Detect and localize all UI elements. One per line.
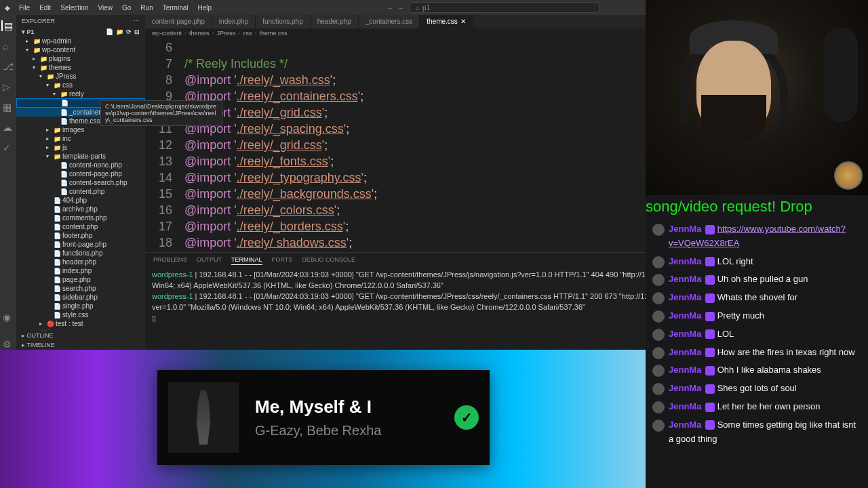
tab-theme.css[interactable]: theme.css✕ bbox=[420, 15, 473, 28]
file-content-page.php[interactable]: 📄content-page.php bbox=[16, 169, 145, 178]
stream-badge-icon bbox=[834, 161, 863, 190]
chat-avatar[interactable] bbox=[652, 383, 665, 395]
panel-tab-problems[interactable]: PROBLEMS bbox=[153, 255, 187, 264]
outline-section[interactable]: OUTLINE bbox=[27, 332, 54, 339]
folder-wp-admin[interactable]: ▸📁wp-admin bbox=[16, 37, 145, 45]
file-404.php[interactable]: 📄404.php bbox=[16, 196, 145, 205]
explorer-icon[interactable]: ▤ bbox=[1, 20, 12, 31]
timeline-section[interactable]: TIMELINE bbox=[26, 342, 55, 348]
file-content-search.php[interactable]: 📄content-search.php bbox=[16, 178, 145, 187]
breadcrumb-segment[interactable]: wp-content bbox=[152, 30, 182, 37]
chat-username[interactable]: JennMa bbox=[669, 224, 701, 234]
music-widget: Me, Myself & I G-Eazy, Bebe Rexha ✓ bbox=[157, 370, 490, 465]
panel-tab-output[interactable]: OUTPUT bbox=[197, 255, 222, 264]
folder-test : test[interactable]: ▸🔴test : test bbox=[16, 319, 145, 328]
tab-_containers.css[interactable]: _containers.css bbox=[359, 15, 420, 28]
menu-file[interactable]: File bbox=[15, 3, 34, 13]
close-icon[interactable]: ✕ bbox=[460, 18, 466, 25]
folder-JPress[interactable]: ▾📁JPress bbox=[16, 72, 145, 81]
chat-username[interactable]: JennMa bbox=[669, 292, 701, 302]
file-header.php[interactable]: 📄header.php bbox=[16, 258, 145, 266]
chat-avatar[interactable] bbox=[652, 292, 665, 304]
tab-index.php[interactable]: index.php bbox=[212, 15, 256, 28]
folder-themes[interactable]: ▾📁themes bbox=[16, 63, 145, 72]
breadcrumb-segment[interactable]: theme.css bbox=[260, 30, 288, 37]
file-style.css[interactable]: 📄style.css bbox=[16, 310, 145, 319]
file-search.php[interactable]: 📄search.php bbox=[16, 284, 145, 293]
collapse-icon[interactable]: ⊟ bbox=[134, 28, 140, 35]
menu-help[interactable]: Help bbox=[194, 3, 216, 13]
folder-css[interactable]: ▾📁css bbox=[16, 81, 145, 89]
breadcrumb-segment[interactable]: themes bbox=[189, 30, 210, 37]
menu-edit[interactable]: Edit bbox=[35, 3, 55, 13]
file-sidebar.php[interactable]: 📄sidebar.php bbox=[16, 293, 145, 302]
desktop-background: Me, Myself & I G-Eazy, Bebe Rexha ✓ bbox=[0, 350, 646, 488]
chat-username[interactable]: JennMa bbox=[669, 401, 701, 411]
refresh-icon[interactable]: ⟳ bbox=[126, 28, 132, 35]
folder-wp-content[interactable]: ▾📁wp-content bbox=[16, 45, 145, 54]
testing-icon[interactable]: ✓ bbox=[3, 142, 14, 153]
settings-icon[interactable]: ⚙ bbox=[3, 339, 14, 350]
debug-icon[interactable]: ▷ bbox=[3, 81, 14, 92]
chat-username[interactable]: JennMa bbox=[669, 420, 701, 430]
chat-avatar[interactable] bbox=[652, 347, 665, 359]
file-single.php[interactable]: 📄single.php bbox=[16, 302, 145, 310]
new-folder-icon[interactable]: 📁 bbox=[116, 28, 123, 35]
chat-username[interactable]: JennMa bbox=[669, 274, 701, 284]
more-icon[interactable]: ⋯ bbox=[134, 18, 140, 24]
file-content.php[interactable]: 📄content.php bbox=[16, 222, 145, 231]
folder-images[interactable]: ▸📁images bbox=[16, 125, 145, 134]
file-front-page.php[interactable]: 📄front-page.php bbox=[16, 240, 145, 249]
chat-username[interactable]: JennMa bbox=[669, 310, 701, 321]
file-content.php[interactable]: 📄content.php bbox=[16, 187, 145, 196]
chat-avatar[interactable] bbox=[652, 256, 665, 268]
chat-username[interactable]: JennMa bbox=[669, 329, 701, 339]
extensions-icon[interactable]: ▦ bbox=[3, 102, 14, 113]
folder-inc[interactable]: ▸📁inc bbox=[16, 134, 145, 143]
new-file-icon[interactable]: 📄 bbox=[106, 28, 113, 35]
menu-run[interactable]: Run bbox=[136, 3, 157, 13]
file-functions.php[interactable]: 📄functions.php bbox=[16, 249, 145, 258]
menu-go[interactable]: Go bbox=[118, 3, 135, 13]
chat-avatar[interactable] bbox=[652, 365, 665, 377]
menu-terminal[interactable]: Terminal bbox=[159, 3, 193, 13]
search-icon[interactable]: ⌕ bbox=[3, 41, 14, 52]
breadcrumb-segment[interactable]: JPress bbox=[217, 30, 236, 37]
chat-avatar[interactable] bbox=[652, 274, 665, 286]
panel-tab-terminal[interactable]: TERMINAL bbox=[231, 255, 262, 265]
tab-content-page.php[interactable]: content-page.php bbox=[145, 15, 212, 28]
file-page.php[interactable]: 📄page.php bbox=[16, 275, 145, 284]
file-index.php[interactable]: 📄index.php bbox=[16, 266, 145, 275]
menu-selection[interactable]: Selection bbox=[56, 3, 92, 13]
chat-avatar[interactable] bbox=[652, 420, 665, 432]
git-icon[interactable]: ⎇ bbox=[3, 61, 14, 72]
nav-arrows[interactable]: ←→ bbox=[387, 4, 404, 12]
panel-tab-ports[interactable]: PORTS bbox=[272, 255, 293, 264]
chat-username[interactable]: JennMa bbox=[669, 383, 701, 393]
tab-header.php[interactable]: header.php bbox=[311, 15, 359, 28]
file-archive.php[interactable]: 📄archive.php bbox=[16, 205, 145, 214]
panel-tab-debug console[interactable]: DEBUG CONSOLE bbox=[302, 255, 355, 264]
chat-username[interactable]: JennMa bbox=[669, 365, 701, 375]
song-artist: G-Eazy, Bebe Rexha bbox=[255, 423, 438, 439]
account-icon[interactable]: ◉ bbox=[3, 312, 14, 323]
chat-panel[interactable]: JennMa https://www.youtube.com/watch?v=V… bbox=[646, 218, 868, 488]
file-footer.php[interactable]: 📄footer.php bbox=[16, 231, 145, 240]
command-center[interactable]: ⌕p1 bbox=[410, 2, 599, 13]
breadcrumb-segment[interactable]: css bbox=[243, 30, 252, 37]
chat-avatar[interactable] bbox=[652, 224, 665, 236]
chat-username[interactable]: JennMa bbox=[669, 256, 701, 266]
chat-avatar[interactable] bbox=[652, 401, 665, 413]
chat-username[interactable]: JennMa bbox=[669, 347, 701, 357]
folder-template-parts[interactable]: ▾📁template-parts bbox=[16, 152, 145, 161]
chat-avatar[interactable] bbox=[652, 310, 665, 323]
file-comments.php[interactable]: 📄comments.php bbox=[16, 214, 145, 222]
remote-icon[interactable]: ☁ bbox=[3, 122, 14, 133]
folder-plugins[interactable]: ▸📁plugins bbox=[16, 54, 145, 63]
file-content-none.php[interactable]: 📄content-none.php bbox=[16, 161, 145, 169]
menu-view[interactable]: View bbox=[94, 3, 117, 13]
folder-js[interactable]: ▸📁js bbox=[16, 143, 145, 152]
tab-functions.php[interactable]: functions.php bbox=[256, 15, 311, 28]
chat-avatar[interactable] bbox=[652, 329, 665, 341]
folder-reely[interactable]: ▾📁reely bbox=[16, 89, 145, 98]
